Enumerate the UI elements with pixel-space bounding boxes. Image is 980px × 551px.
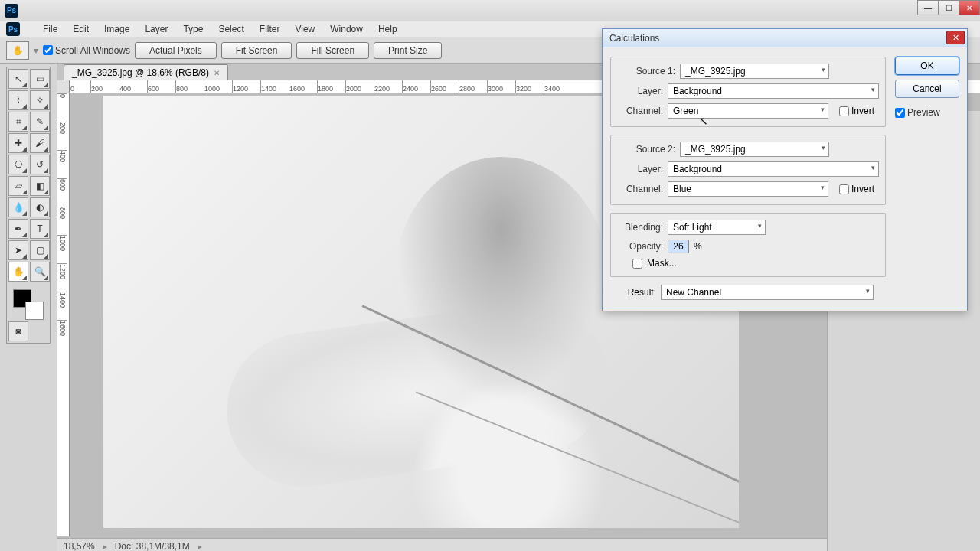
color-swatches[interactable] bbox=[8, 286, 48, 318]
eyedropper-tool-icon[interactable]: ✎ bbox=[30, 112, 50, 132]
move-tool-icon[interactable]: ↖ bbox=[8, 69, 28, 89]
calculations-dialog: Calculations ✕ Source 1: _MG_3925.jpg La… bbox=[602, 28, 968, 311]
scroll-all-input[interactable] bbox=[43, 45, 53, 55]
brush-tool-icon[interactable]: 🖌 bbox=[30, 133, 50, 153]
minimize-button[interactable]: — bbox=[917, 0, 939, 15]
zoom-tool-icon[interactable]: 🔍 bbox=[30, 262, 50, 282]
menu-view[interactable]: View bbox=[287, 22, 322, 36]
menu-help[interactable]: Help bbox=[371, 22, 405, 36]
fill-screen-button[interactable]: Fill Screen bbox=[296, 42, 369, 59]
channel2-label: Channel: bbox=[617, 184, 663, 194]
close-button[interactable]: ✕ bbox=[959, 0, 980, 15]
menu-layer[interactable]: Layer bbox=[137, 22, 175, 36]
doc-size-info: Doc: 38,1M/38,1M bbox=[115, 541, 190, 552]
healing-tool-icon[interactable]: ✚ bbox=[8, 133, 28, 153]
close-tab-icon[interactable]: ✕ bbox=[214, 69, 220, 77]
gradient-tool-icon[interactable]: ◧ bbox=[30, 176, 50, 196]
crop-tool-icon[interactable]: ⌗ bbox=[8, 112, 28, 132]
layer2-select[interactable]: Background bbox=[668, 161, 879, 177]
channel1-label: Channel: bbox=[617, 106, 663, 116]
title-bar: Ps — ☐ ✕ bbox=[0, 0, 980, 21]
opacity-percent: % bbox=[694, 241, 702, 252]
hand-tool-icon[interactable]: ✋ bbox=[6, 41, 29, 60]
source2-group: Source 2: _MG_3925.jpg Layer: Background… bbox=[610, 135, 886, 205]
cancel-button[interactable]: Cancel bbox=[895, 80, 959, 98]
app-logo-small-icon: Ps bbox=[6, 22, 20, 36]
menu-file[interactable]: File bbox=[35, 22, 65, 36]
quickmask-icon[interactable]: ◙ bbox=[8, 321, 28, 341]
app-logo-icon: Ps bbox=[5, 4, 18, 18]
opacity-input[interactable] bbox=[668, 240, 689, 253]
marquee-tool-icon[interactable]: ▭ bbox=[30, 69, 50, 89]
type-tool-icon[interactable]: T bbox=[30, 219, 50, 239]
scroll-all-label: Scroll All Windows bbox=[55, 45, 130, 56]
channel1-select[interactable]: Green bbox=[668, 103, 828, 119]
dialog-close-button[interactable]: ✕ bbox=[946, 31, 965, 44]
dodge-tool-icon[interactable]: ◐ bbox=[30, 197, 50, 217]
menu-type[interactable]: Type bbox=[175, 22, 211, 36]
preview-checkbox[interactable] bbox=[895, 108, 905, 118]
mask-label: Mask... bbox=[647, 258, 677, 269]
blending-group: Blending: Soft Light Opacity: % Mask... bbox=[610, 213, 886, 277]
source1-group: Source 1: _MG_3925.jpg Layer: Background… bbox=[610, 57, 886, 127]
document-tab[interactable]: _MG_3925.jpg @ 18,6% (RGB/8) ✕ bbox=[64, 64, 228, 80]
source2-select[interactable]: _MG_3925.jpg bbox=[680, 142, 829, 157]
source1-select[interactable]: _MG_3925.jpg bbox=[680, 64, 829, 79]
menu-edit[interactable]: Edit bbox=[65, 22, 96, 36]
blending-select[interactable]: Soft Light bbox=[668, 220, 766, 235]
invert1-label: Invert bbox=[851, 106, 874, 116]
layer1-label: Layer: bbox=[617, 86, 663, 96]
left-tool-bar: ↖ ▭ ⌇ ✧ ⌗ ✎ ✚ 🖌 ⎔ ↺ ▱ ◧ 💧 ◐ ✒ T ➤ ▢ ✋ 🔍 bbox=[0, 64, 57, 551]
layer2-label: Layer: bbox=[617, 164, 663, 174]
eraser-tool-icon[interactable]: ▱ bbox=[8, 176, 28, 196]
document-tab-title: _MG_3925.jpg @ 18,6% (RGB/8) bbox=[72, 67, 209, 78]
result-select[interactable]: New Channel bbox=[661, 285, 874, 300]
menu-window[interactable]: Window bbox=[322, 22, 371, 36]
opacity-label: Opacity: bbox=[617, 241, 663, 252]
shape-tool-icon[interactable]: ▢ bbox=[30, 240, 50, 260]
invert1-checkbox[interactable] bbox=[839, 106, 849, 116]
dialog-title-bar[interactable]: Calculations ✕ bbox=[603, 29, 967, 47]
vertical-ruler[interactable]: 0200 400600 8001000 12001400 1600 bbox=[57, 93, 70, 536]
window-controls: — ☐ ✕ bbox=[918, 0, 980, 15]
pen-tool-icon[interactable]: ✒ bbox=[8, 219, 28, 239]
stamp-tool-icon[interactable]: ⎔ bbox=[8, 155, 28, 174]
dialog-title: Calculations bbox=[609, 33, 659, 44]
source1-label: Source 1: bbox=[617, 66, 675, 77]
background-swatch[interactable] bbox=[25, 302, 44, 320]
invert2-label: Invert bbox=[851, 184, 874, 194]
blur-tool-icon[interactable]: 💧 bbox=[8, 197, 28, 217]
actual-pixels-button[interactable]: Actual Pixels bbox=[135, 42, 217, 59]
magic-wand-tool-icon[interactable]: ✧ bbox=[30, 90, 50, 110]
preview-label: Preview bbox=[907, 107, 940, 118]
lasso-tool-icon[interactable]: ⌇ bbox=[8, 90, 28, 110]
menu-filter[interactable]: Filter bbox=[252, 22, 288, 36]
scroll-all-checkbox[interactable]: Scroll All Windows bbox=[43, 45, 130, 56]
maximize-button[interactable]: ☐ bbox=[938, 0, 959, 15]
ruler-origin[interactable] bbox=[57, 80, 70, 93]
mask-checkbox[interactable] bbox=[632, 259, 642, 269]
blending-label: Blending: bbox=[617, 222, 663, 233]
history-brush-icon[interactable]: ↺ bbox=[30, 155, 50, 174]
fit-screen-button[interactable]: Fit Screen bbox=[221, 42, 292, 59]
channel2-select[interactable]: Blue bbox=[668, 181, 828, 197]
invert2-checkbox[interactable] bbox=[839, 184, 849, 194]
zoom-level[interactable]: 18,57% bbox=[64, 541, 95, 552]
ok-button[interactable]: OK bbox=[895, 57, 959, 75]
result-label: Result: bbox=[610, 287, 656, 298]
layer1-select[interactable]: Background bbox=[668, 83, 879, 99]
menu-select[interactable]: Select bbox=[211, 22, 251, 36]
source2-label: Source 2: bbox=[617, 144, 675, 155]
hand-tool-icon[interactable]: ✋ bbox=[8, 262, 28, 282]
path-select-icon[interactable]: ➤ bbox=[8, 240, 28, 260]
menu-image[interactable]: Image bbox=[96, 22, 137, 36]
print-size-button[interactable]: Print Size bbox=[374, 42, 442, 59]
